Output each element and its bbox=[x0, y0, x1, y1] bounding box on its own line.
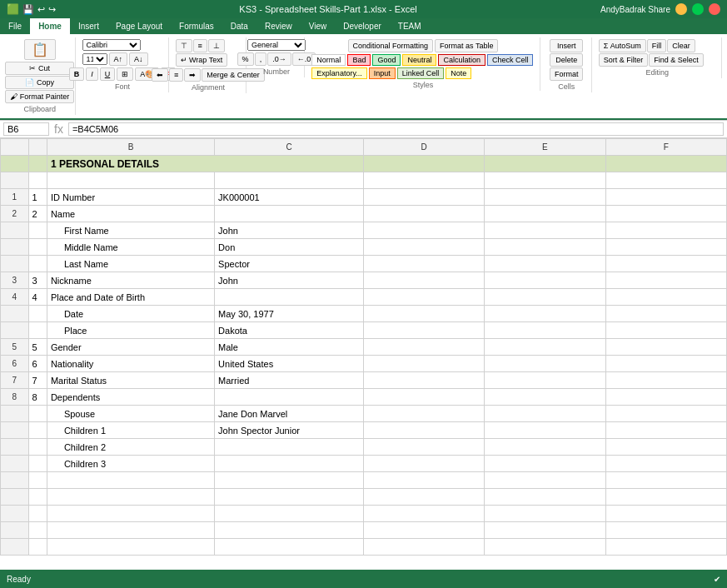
cell-value-gender[interactable]: Male bbox=[215, 339, 364, 356]
format-as-table-button[interactable]: Format as Table bbox=[435, 39, 498, 52]
style-neutral[interactable]: Neutral bbox=[402, 54, 436, 66]
cell-value-middlename[interactable]: Don bbox=[215, 239, 364, 256]
cell-label-marital[interactable]: Marital Status bbox=[47, 372, 214, 389]
cell-label-name[interactable]: Name bbox=[47, 206, 214, 222]
quick-access-undo[interactable]: ↩ bbox=[37, 4, 45, 15]
font-family-select[interactable]: Calibri bbox=[82, 39, 141, 51]
autosum-button[interactable]: Σ AutoSum bbox=[599, 39, 646, 52]
formula-input[interactable] bbox=[68, 122, 724, 136]
paste-button[interactable]: 📋 bbox=[24, 39, 56, 60]
align-left-button[interactable]: ⬅ bbox=[152, 68, 168, 82]
cell-num[interactable]: 3 bbox=[28, 272, 47, 289]
find-select-button[interactable]: Find & Select bbox=[649, 53, 704, 67]
cell-label-placedate[interactable]: Place and Date of Birth bbox=[47, 289, 214, 306]
percent-button[interactable]: % bbox=[237, 52, 254, 66]
cell-label-middlename[interactable]: Middle Name bbox=[47, 239, 214, 256]
comma-button[interactable]: , bbox=[255, 52, 267, 66]
style-explanatory[interactable]: Explanatory... bbox=[311, 67, 366, 79]
style-input[interactable]: Input bbox=[369, 67, 396, 79]
delete-cells-button[interactable]: Delete bbox=[550, 53, 584, 67]
cell-value-nickname[interactable]: John bbox=[215, 272, 364, 289]
cell-num[interactable]: 8 bbox=[28, 389, 47, 406]
bold-button[interactable]: B bbox=[69, 67, 85, 81]
style-calculation[interactable]: Calculation bbox=[438, 54, 485, 66]
cell-value-spouse[interactable]: Jane Don Marvel bbox=[215, 406, 364, 422]
cell-num[interactable]: 7 bbox=[28, 372, 47, 389]
cell-label-children2[interactable]: Children 2 bbox=[47, 439, 214, 456]
tab-file[interactable]: File bbox=[0, 18, 30, 34]
minimize-button[interactable] bbox=[675, 3, 687, 15]
cell-num[interactable]: 2 bbox=[28, 206, 47, 222]
spreadsheet-container[interactable]: B C D E F 1 PERSONAL DETAILS bbox=[0, 138, 727, 581]
format-cells-button[interactable]: Format bbox=[550, 67, 584, 81]
close-button[interactable] bbox=[709, 3, 720, 15]
tab-view[interactable]: View bbox=[301, 18, 336, 34]
tab-team[interactable]: TEAM bbox=[390, 18, 430, 34]
cell-value-place[interactable]: Dakota bbox=[215, 322, 364, 339]
cell-label-firstname[interactable]: First Name bbox=[47, 222, 214, 239]
tab-page-layout[interactable]: Page Layout bbox=[107, 18, 171, 34]
format-painter-button[interactable]: 🖌 Format Painter bbox=[5, 90, 74, 103]
cell-num[interactable]: 6 bbox=[28, 356, 47, 372]
number-format-select[interactable]: General bbox=[247, 39, 306, 51]
increase-font-button[interactable]: A↑ bbox=[109, 52, 128, 66]
cell-a1[interactable] bbox=[28, 156, 47, 172]
cell-value-lastname[interactable]: Spector bbox=[215, 256, 364, 272]
sort-filter-button[interactable]: Sort & Filter bbox=[599, 53, 649, 67]
cell-label-children1[interactable]: Children 1 bbox=[47, 422, 214, 439]
cell-value-children1[interactable]: John Spector Junior bbox=[215, 422, 364, 439]
decrease-font-button[interactable]: A↓ bbox=[129, 52, 148, 66]
align-center-button[interactable]: ≡ bbox=[169, 68, 183, 82]
cell-num[interactable]: 4 bbox=[28, 289, 47, 306]
align-middle-button[interactable]: ≡ bbox=[193, 39, 207, 52]
cell-label-place[interactable]: Place bbox=[47, 322, 214, 339]
insert-cells-button[interactable]: Insert bbox=[550, 39, 584, 52]
tab-developer[interactable]: Developer bbox=[335, 18, 390, 34]
style-good[interactable]: Good bbox=[372, 54, 401, 66]
tab-formulas[interactable]: Formulas bbox=[171, 18, 222, 34]
style-note[interactable]: Note bbox=[446, 67, 471, 79]
cell-e1[interactable] bbox=[485, 156, 605, 172]
underline-button[interactable]: U bbox=[100, 67, 116, 81]
style-check-cell[interactable]: Check Cell bbox=[487, 54, 534, 66]
maximize-button[interactable] bbox=[692, 3, 704, 15]
cell-label-dependents[interactable]: Dependents bbox=[47, 389, 214, 406]
cell-num[interactable]: 1 bbox=[28, 189, 47, 206]
cell-label-children3[interactable]: Children 3 bbox=[47, 456, 214, 472]
font-size-select[interactable]: 11 bbox=[82, 53, 107, 65]
cell-num[interactable]: 5 bbox=[28, 339, 47, 356]
cell-label-id[interactable]: ID Number bbox=[47, 189, 214, 206]
quick-access-save[interactable]: 💾 bbox=[22, 4, 34, 15]
style-linked-cell[interactable]: Linked Cell bbox=[397, 67, 445, 79]
align-right-button[interactable]: ➡ bbox=[184, 68, 201, 82]
fill-button[interactable]: Fill bbox=[647, 39, 667, 52]
cell-label-nickname[interactable]: Nickname bbox=[47, 272, 214, 289]
align-top-button[interactable]: ⊤ bbox=[176, 39, 192, 52]
tab-review[interactable]: Review bbox=[256, 18, 301, 34]
cell-value-marital[interactable]: Married bbox=[215, 372, 364, 389]
tab-insert[interactable]: Insert bbox=[70, 18, 107, 34]
cell-b1[interactable]: 1 PERSONAL DETAILS bbox=[47, 156, 363, 172]
cut-button[interactable]: ✂ Cut bbox=[5, 62, 74, 75]
conditional-formatting-button[interactable]: Conditional Formatting bbox=[348, 39, 434, 52]
cell-value-firstname[interactable]: John bbox=[215, 222, 364, 239]
wrap-text-button[interactable]: ↵ Wrap Text bbox=[176, 53, 228, 67]
style-normal[interactable]: Normal bbox=[311, 54, 346, 66]
border-button[interactable]: ⊞ bbox=[117, 67, 133, 81]
cell-label-date[interactable]: Date bbox=[47, 306, 214, 322]
cell-d1[interactable] bbox=[363, 156, 484, 172]
cell-value-date[interactable]: May 30, 1977 bbox=[215, 306, 364, 322]
cell-label-gender[interactable]: Gender bbox=[47, 339, 214, 356]
cell-label-nationality[interactable]: Nationality bbox=[47, 356, 214, 372]
cell-reference-box[interactable] bbox=[3, 122, 49, 136]
style-bad[interactable]: Bad bbox=[347, 54, 371, 66]
quick-access-redo[interactable]: ↪ bbox=[48, 4, 56, 15]
cell-label-lastname[interactable]: Last Name bbox=[47, 256, 214, 272]
increase-decimal-button[interactable]: .0→ bbox=[267, 52, 291, 66]
align-bottom-button[interactable]: ⊥ bbox=[208, 39, 225, 52]
clear-button[interactable]: Clear bbox=[667, 39, 695, 52]
cell-value-nationality[interactable]: United States bbox=[215, 356, 364, 372]
italic-button[interactable]: I bbox=[86, 67, 98, 81]
copy-button[interactable]: 📄 Copy bbox=[5, 76, 74, 89]
cell-f1[interactable] bbox=[605, 156, 726, 172]
